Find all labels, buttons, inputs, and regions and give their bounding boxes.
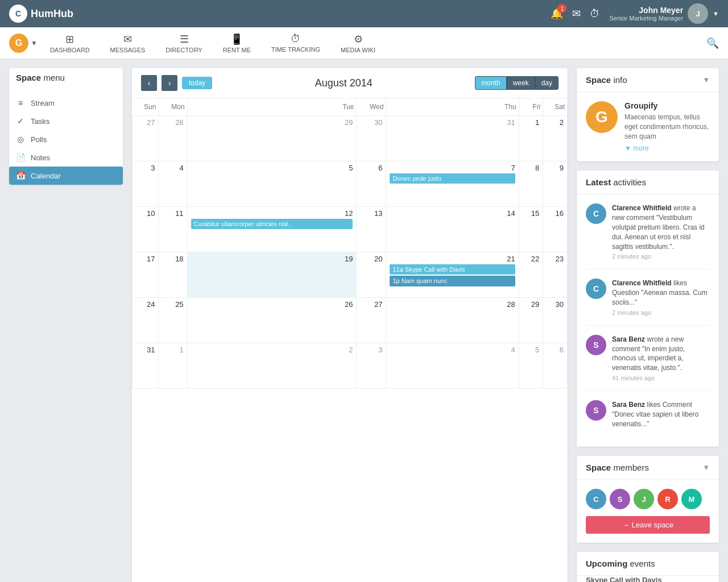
activities-title-bold: Latest (586, 177, 611, 187)
calendar-day-cell[interactable]: 25 (159, 298, 187, 343)
calendar-event[interactable]: Curabitur ullamcorper ultricies nisl. (191, 219, 353, 229)
calendar-day-cell[interactable]: 2 (187, 343, 357, 389)
day-number: 4 (162, 164, 183, 172)
cal-today-button[interactable]: today (182, 77, 212, 89)
user-dropdown-caret[interactable]: ▼ (713, 10, 719, 17)
calendar-day-cell[interactable]: 3 (357, 343, 386, 389)
space-button[interactable]: G (9, 34, 28, 53)
day-number: 21 (390, 255, 515, 263)
calendar-day-cell[interactable]: 29 (519, 298, 543, 343)
secondary-nav: G ▼ ⊞ DASHBOARD ✉ MESSAGES ☰ DIRECTORY 📱… (0, 27, 728, 59)
upcoming-title-bold: Upcoming (586, 559, 627, 568)
calendar-day-cell[interactable]: 5 (187, 161, 357, 207)
calendar-day-cell[interactable]: 4 (159, 161, 187, 207)
calendar-icon: 📅 (16, 171, 25, 180)
calendar-day-cell[interactable]: 31 (133, 343, 159, 389)
calendar-day-cell[interactable]: 23 (543, 252, 568, 298)
calendar-event[interactable]: 11a Skype Call with Davis (390, 264, 515, 275)
search-button[interactable]: 🔍 (706, 37, 719, 49)
calendar-day-cell[interactable]: 3 (133, 161, 159, 207)
calendar-day-cell[interactable]: 15 (519, 207, 543, 252)
calendar-day-cell[interactable]: 16 (543, 207, 568, 252)
calendar-day-cell[interactable]: 31 (386, 116, 519, 161)
calendar-day-cell[interactable]: 11 (159, 207, 187, 252)
sidebar-item-notes[interactable]: 📄 Notes (9, 148, 123, 167)
space-caret[interactable]: ▼ (31, 39, 38, 47)
calendar-day-cell[interactable]: 30 (543, 298, 568, 343)
nav-messages[interactable]: ✉ MESSAGES (100, 28, 156, 58)
space-info-widget: Space info ▼ G Groupify Maecenas tempus,… (577, 68, 719, 161)
members-title-rest: members (613, 463, 649, 472)
calendar-day-cell[interactable]: 2111a Skype Call with Davis1p Nam quam n… (386, 252, 519, 298)
right-sidebar: Space info ▼ G Groupify Maecenas tempus,… (577, 68, 719, 582)
member-avatar[interactable]: M (681, 489, 702, 509)
calendar-day-cell[interactable]: 30 (357, 116, 386, 161)
day-number: 18 (162, 255, 183, 263)
wiki-icon: ⚙ (354, 33, 363, 45)
clock-icon-button[interactable]: ⏱ (590, 8, 600, 20)
calendar-area: ‹ › today August 2014 month week day Sun… (132, 68, 568, 582)
calendar-day-cell[interactable]: 19 (187, 252, 357, 298)
space-more-link[interactable]: ▼ more (624, 144, 710, 152)
user-avatar[interactable]: J (688, 3, 708, 24)
calendar-day-cell[interactable]: 18 (159, 252, 187, 298)
calendar-day-cell[interactable]: 9 (543, 161, 568, 207)
calendar-day-cell[interactable]: 8 (519, 161, 543, 207)
calendar-day-cell[interactable]: 2 (543, 116, 568, 161)
day-number: 8 (523, 164, 540, 172)
calendar-day-cell[interactable]: 20 (357, 252, 386, 298)
cal-month-button[interactable]: month (475, 76, 506, 90)
member-avatar[interactable]: C (586, 489, 606, 509)
sidebar-item-polls[interactable]: ◎ Polls (9, 130, 123, 148)
member-avatar[interactable]: S (610, 489, 630, 509)
day-number: 22 (523, 255, 540, 263)
calendar-day-cell[interactable]: 1 (519, 116, 543, 161)
leave-space-button[interactable]: → Leave space (586, 516, 710, 534)
calendar-day-cell[interactable]: 17 (133, 252, 159, 298)
member-avatar[interactable]: R (657, 489, 678, 509)
cal-week-button[interactable]: week (507, 76, 535, 90)
nav-dashboard[interactable]: ⊞ DASHBOARD (40, 28, 100, 58)
cal-next-button[interactable]: › (162, 75, 177, 91)
calendar-day-cell[interactable]: 29 (187, 116, 357, 161)
notifications-button[interactable]: 🔔 1 (551, 7, 563, 20)
day-number: 19 (191, 255, 353, 263)
nav-rent-label: RENT ME (223, 47, 251, 53)
nav-rent-me[interactable]: 📱 RENT ME (213, 28, 261, 58)
space-info-toggle[interactable]: ▼ (702, 76, 710, 84)
nav-media-wiki[interactable]: ⚙ MEDIA WIKI (330, 28, 386, 58)
calendar-day-cell[interactable]: 4 (386, 343, 519, 389)
sidebar-item-tasks[interactable]: ✓ Tasks (9, 112, 123, 130)
nav-time-tracking[interactable]: ⏱ TIME TRACKING (261, 28, 330, 57)
calendar-day-cell[interactable]: 28 (386, 298, 519, 343)
calendar-day-cell[interactable]: 5 (519, 343, 543, 389)
calendar-day-cell[interactable]: 28 (159, 116, 187, 161)
cal-prev-button[interactable]: ‹ (141, 75, 157, 91)
calendar-day-cell[interactable]: 6 (357, 161, 386, 207)
calendar-day-cell[interactable]: 13 (357, 207, 386, 252)
sidebar-item-stream[interactable]: ≡ Stream (9, 94, 123, 112)
calendar-day-cell[interactable]: 10 (133, 207, 159, 252)
day-number: 28 (162, 118, 183, 127)
calendar-day-cell[interactable]: 27 (357, 298, 386, 343)
calendar-day-cell[interactable]: 12Curabitur ullamcorper ultricies nisl. (187, 207, 357, 252)
nav-directory[interactable]: ☰ DIRECTORY (155, 28, 212, 58)
day-number: 5 (523, 346, 540, 354)
calendar-day-cell[interactable]: 6 (543, 343, 568, 389)
logo[interactable]: C HumHub (9, 5, 73, 23)
calendar-day-cell[interactable]: 27 (133, 116, 159, 161)
calendar-day-cell[interactable]: 14 (386, 207, 519, 252)
member-avatar[interactable]: J (634, 489, 654, 509)
calendar-day-cell[interactable]: 24 (133, 298, 159, 343)
space-info-title-rest: info (613, 75, 627, 85)
calendar-day-cell[interactable]: 1 (159, 343, 187, 389)
calendar-day-cell[interactable]: 22 (519, 252, 543, 298)
sidebar-item-calendar[interactable]: 📅 Calendar (9, 167, 123, 185)
calendar-event[interactable]: 1p Nam quam nunc (390, 276, 515, 286)
messages-icon-button[interactable]: ✉ (572, 7, 581, 20)
members-toggle[interactable]: ▼ (702, 463, 710, 472)
calendar-day-cell[interactable]: 7Donec pede justo (386, 161, 519, 207)
cal-day-button[interactable]: day (535, 76, 559, 90)
calendar-day-cell[interactable]: 26 (187, 298, 357, 343)
calendar-event[interactable]: Donec pede justo (390, 173, 515, 184)
